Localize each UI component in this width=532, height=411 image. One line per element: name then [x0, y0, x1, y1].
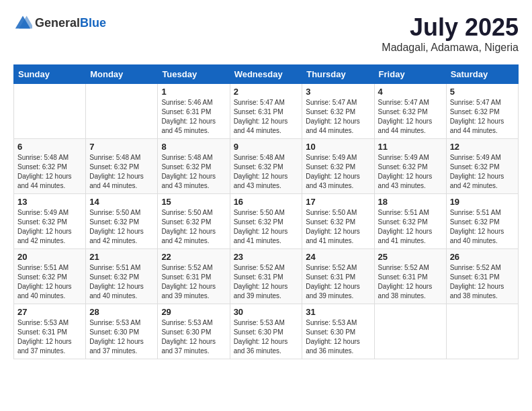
day-number: 1 [161, 87, 226, 97]
day-number: 20 [17, 252, 82, 262]
day-number: 11 [378, 142, 443, 152]
calendar-week-row: 1Sunrise: 5:46 AM Sunset: 6:31 PM Daylig… [14, 84, 519, 139]
day-info: Sunrise: 5:50 AM Sunset: 6:32 PM Dayligh… [234, 208, 299, 246]
calendar-header-cell: Sunday [14, 65, 86, 84]
day-number: 3 [306, 87, 370, 97]
day-info: Sunrise: 5:48 AM Sunset: 6:32 PM Dayligh… [234, 153, 299, 191]
day-info: Sunrise: 5:47 AM Sunset: 6:32 PM Dayligh… [306, 98, 370, 136]
day-number: 27 [17, 307, 82, 317]
calendar-header-cell: Saturday [446, 65, 518, 84]
calendar-cell: 15Sunrise: 5:50 AM Sunset: 6:32 PM Dayli… [158, 194, 230, 249]
day-number: 31 [306, 307, 370, 317]
day-number: 4 [378, 87, 443, 97]
day-number: 12 [450, 142, 515, 152]
day-info: Sunrise: 5:52 AM Sunset: 6:31 PM Dayligh… [306, 263, 370, 301]
day-info: Sunrise: 5:47 AM Sunset: 6:31 PM Dayligh… [234, 98, 299, 136]
calendar-cell: 23Sunrise: 5:52 AM Sunset: 6:31 PM Dayli… [230, 249, 302, 304]
logo-text-blue: Blue [80, 16, 106, 30]
calendar-cell: 20Sunrise: 5:51 AM Sunset: 6:32 PM Dayli… [14, 249, 86, 304]
calendar-cell: 26Sunrise: 5:52 AM Sunset: 6:31 PM Dayli… [446, 249, 518, 304]
calendar-cell [446, 304, 518, 359]
day-number: 13 [17, 197, 82, 207]
logo: GeneralBlue [13, 13, 106, 32]
day-info: Sunrise: 5:51 AM Sunset: 6:32 PM Dayligh… [450, 208, 515, 246]
calendar-cell: 6Sunrise: 5:48 AM Sunset: 6:32 PM Daylig… [14, 139, 86, 194]
calendar-cell: 25Sunrise: 5:52 AM Sunset: 6:31 PM Dayli… [374, 249, 446, 304]
day-number: 28 [89, 307, 154, 317]
calendar-week-row: 20Sunrise: 5:51 AM Sunset: 6:32 PM Dayli… [14, 249, 519, 304]
location-title: Madagali, Adamawa, Nigeria [382, 42, 519, 54]
day-number: 14 [89, 197, 154, 207]
day-number: 22 [161, 252, 226, 262]
calendar-cell: 19Sunrise: 5:51 AM Sunset: 6:32 PM Dayli… [446, 194, 518, 249]
calendar-cell: 18Sunrise: 5:51 AM Sunset: 6:32 PM Dayli… [374, 194, 446, 249]
calendar-cell: 4Sunrise: 5:47 AM Sunset: 6:32 PM Daylig… [374, 84, 446, 139]
calendar-week-row: 6Sunrise: 5:48 AM Sunset: 6:32 PM Daylig… [14, 139, 519, 194]
day-info: Sunrise: 5:53 AM Sunset: 6:30 PM Dayligh… [306, 318, 370, 356]
calendar-header-row: SundayMondayTuesdayWednesdayThursdayFrid… [14, 65, 519, 84]
calendar-table: SundayMondayTuesdayWednesdayThursdayFrid… [13, 64, 519, 359]
day-info: Sunrise: 5:49 AM Sunset: 6:32 PM Dayligh… [450, 153, 515, 191]
day-info: Sunrise: 5:53 AM Sunset: 6:30 PM Dayligh… [89, 318, 154, 356]
calendar-cell: 9Sunrise: 5:48 AM Sunset: 6:32 PM Daylig… [230, 139, 302, 194]
day-info: Sunrise: 5:50 AM Sunset: 6:32 PM Dayligh… [161, 208, 226, 246]
calendar-week-row: 13Sunrise: 5:49 AM Sunset: 6:32 PM Dayli… [14, 194, 519, 249]
day-info: Sunrise: 5:52 AM Sunset: 6:31 PM Dayligh… [234, 263, 299, 301]
calendar-header-cell: Friday [374, 65, 446, 84]
day-number: 10 [306, 142, 370, 152]
calendar-header-cell: Monday [86, 65, 158, 84]
day-info: Sunrise: 5:47 AM Sunset: 6:32 PM Dayligh… [378, 98, 443, 136]
day-number: 23 [234, 252, 299, 262]
calendar-cell: 30Sunrise: 5:53 AM Sunset: 6:30 PM Dayli… [230, 304, 302, 359]
day-info: Sunrise: 5:53 AM Sunset: 6:30 PM Dayligh… [161, 318, 226, 356]
calendar-cell: 5Sunrise: 5:47 AM Sunset: 6:32 PM Daylig… [446, 84, 518, 139]
calendar-cell [374, 304, 446, 359]
day-number: 16 [234, 197, 299, 207]
calendar-week-row: 27Sunrise: 5:53 AM Sunset: 6:31 PM Dayli… [14, 304, 519, 359]
day-info: Sunrise: 5:49 AM Sunset: 6:32 PM Dayligh… [17, 208, 82, 246]
calendar-cell [14, 84, 86, 139]
calendar-cell: 13Sunrise: 5:49 AM Sunset: 6:32 PM Dayli… [14, 194, 86, 249]
calendar-body: 1Sunrise: 5:46 AM Sunset: 6:31 PM Daylig… [14, 84, 519, 359]
calendar-cell: 16Sunrise: 5:50 AM Sunset: 6:32 PM Dayli… [230, 194, 302, 249]
calendar-cell: 17Sunrise: 5:50 AM Sunset: 6:32 PM Dayli… [302, 194, 374, 249]
day-info: Sunrise: 5:48 AM Sunset: 6:32 PM Dayligh… [161, 153, 226, 191]
calendar-cell [86, 84, 158, 139]
day-number: 30 [234, 307, 299, 317]
day-info: Sunrise: 5:51 AM Sunset: 6:32 PM Dayligh… [378, 208, 443, 246]
calendar-cell: 27Sunrise: 5:53 AM Sunset: 6:31 PM Dayli… [14, 304, 86, 359]
day-number: 24 [306, 252, 370, 262]
logo-text-general: General [35, 16, 80, 30]
day-info: Sunrise: 5:46 AM Sunset: 6:31 PM Dayligh… [161, 98, 226, 136]
calendar-cell: 12Sunrise: 5:49 AM Sunset: 6:32 PM Dayli… [446, 139, 518, 194]
day-number: 25 [378, 252, 443, 262]
day-number: 21 [89, 252, 154, 262]
day-info: Sunrise: 5:52 AM Sunset: 6:31 PM Dayligh… [161, 263, 226, 301]
day-info: Sunrise: 5:49 AM Sunset: 6:32 PM Dayligh… [378, 153, 443, 191]
day-number: 29 [161, 307, 226, 317]
calendar-cell: 24Sunrise: 5:52 AM Sunset: 6:31 PM Dayli… [302, 249, 374, 304]
day-info: Sunrise: 5:51 AM Sunset: 6:32 PM Dayligh… [89, 263, 154, 301]
calendar-header-cell: Thursday [302, 65, 374, 84]
calendar-cell: 8Sunrise: 5:48 AM Sunset: 6:32 PM Daylig… [158, 139, 230, 194]
day-number: 15 [161, 197, 226, 207]
calendar-cell: 7Sunrise: 5:48 AM Sunset: 6:32 PM Daylig… [86, 139, 158, 194]
day-number: 7 [89, 142, 154, 152]
day-info: Sunrise: 5:49 AM Sunset: 6:32 PM Dayligh… [306, 153, 370, 191]
day-number: 5 [450, 87, 515, 97]
month-title: July 2025 [382, 13, 519, 42]
calendar-cell: 10Sunrise: 5:49 AM Sunset: 6:32 PM Dayli… [302, 139, 374, 194]
calendar-cell: 31Sunrise: 5:53 AM Sunset: 6:30 PM Dayli… [302, 304, 374, 359]
logo-icon [13, 13, 32, 32]
page-header: GeneralBlue July 2025 Madagali, Adamawa,… [13, 13, 519, 54]
day-number: 8 [161, 142, 226, 152]
day-number: 18 [378, 197, 443, 207]
day-info: Sunrise: 5:53 AM Sunset: 6:30 PM Dayligh… [234, 318, 299, 356]
calendar-header-cell: Wednesday [230, 65, 302, 84]
calendar-cell: 2Sunrise: 5:47 AM Sunset: 6:31 PM Daylig… [230, 84, 302, 139]
day-number: 26 [450, 252, 515, 262]
day-info: Sunrise: 5:52 AM Sunset: 6:31 PM Dayligh… [450, 263, 515, 301]
day-info: Sunrise: 5:53 AM Sunset: 6:31 PM Dayligh… [17, 318, 82, 356]
day-info: Sunrise: 5:51 AM Sunset: 6:32 PM Dayligh… [17, 263, 82, 301]
calendar-cell: 14Sunrise: 5:50 AM Sunset: 6:32 PM Dayli… [86, 194, 158, 249]
